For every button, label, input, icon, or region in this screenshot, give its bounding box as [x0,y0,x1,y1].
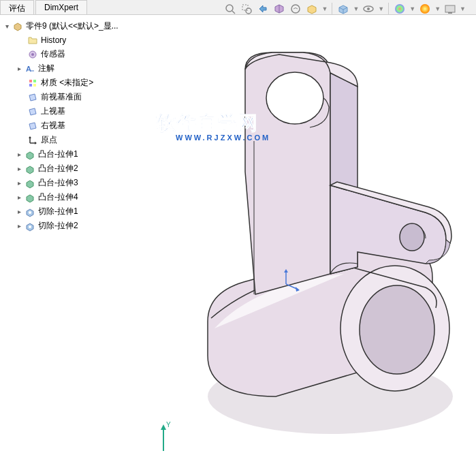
section-view-icon[interactable] [272,2,286,16]
model-3d[interactable] [140,35,476,444]
material-icon [27,78,38,89]
tab-evaluate[interactable]: 评估 [0,0,34,14]
viewport[interactable]: 软件自学网 WWW.RJZXW.COM [140,15,476,468]
plane-icon [27,121,38,131]
tree-label: 右视基 [41,120,65,131]
feature-tree: ▾ 零件9 (默认<<默认>_显... History 传感器 ▸ A 注解 材… [0,15,140,468]
tab-dimxpert[interactable]: DimXpert [35,0,87,14]
prev-view-icon[interactable] [256,2,270,16]
tree-item-extrude1[interactable]: ▸ 凸台-拉伸1 [3,147,137,161]
view-orient-icon[interactable] [305,2,319,16]
watermark-main: 软件自学网 [157,110,270,136]
svg-line-1 [232,11,235,14]
plane-icon [27,106,38,117]
cut-icon [25,206,35,217]
extrude-icon [25,178,35,189]
svg-rect-20 [33,80,36,82]
expand-arrow-icon[interactable]: ▸ [15,222,23,230]
plane-icon [27,92,38,103]
tree-label: 原点 [41,134,57,146]
extrude-icon [25,163,35,174]
tree-label: 前视基准面 [41,91,82,103]
tree-label: 上视基 [41,106,65,117]
extrude-icon [25,192,35,203]
expand-arrow-icon[interactable]: ▸ [15,208,23,216]
tree-label: 传感器 [41,48,65,60]
tree-item-extrude2[interactable]: ▸ 凸台-拉伸2 [3,161,137,176]
display-style-icon[interactable] [336,2,350,16]
zoom-area-icon[interactable] [240,2,253,16]
zoom-fit-icon[interactable] [223,2,237,16]
tree-item-front-plane[interactable]: 前视基准面 [3,90,137,104]
tree-item-cut2[interactable]: ▸ 切除-拉伸2 [3,219,137,233]
tree-item-history[interactable]: History [3,33,137,47]
svg-marker-25 [29,136,31,138]
extrude-icon [25,149,35,160]
cut-icon [25,221,35,232]
tree-label: History [41,35,66,45]
triad-y-label: Y [166,421,171,428]
tree-item-annotations[interactable]: ▸ A 注解 [3,61,137,76]
svg-rect-22 [33,84,36,87]
tree-label: 凸台-拉伸3 [38,177,78,189]
svg-point-5 [291,5,300,13]
expand-arrow-icon[interactable]: ▸ [15,179,23,187]
svg-rect-2 [242,5,248,10]
expand-arrow-icon[interactable]: ▸ [15,193,23,202]
svg-rect-14 [448,12,452,14]
svg-point-11 [395,4,404,14]
tree-item-sensors[interactable]: 传感器 [3,47,137,61]
svg-point-28 [29,225,31,228]
render-icon[interactable] [443,2,457,16]
view-triad[interactable]: Y [150,420,191,461]
svg-point-27 [29,211,31,214]
tree-item-top-plane[interactable]: 上视基 [3,104,137,119]
tree-root[interactable]: ▾ 零件9 (默认<<默认>_显... [3,19,137,33]
expand-arrow-icon[interactable]: ▾ [3,22,11,31]
sensor-icon [27,49,38,60]
hide-show-icon[interactable] [362,2,375,16]
tree-label: 切除-拉伸2 [38,220,78,232]
tree-root-label: 零件9 (默认<<默认>_显... [26,20,118,32]
svg-marker-40 [161,424,166,430]
appearance-icon[interactable] [393,2,407,16]
scene-icon[interactable] [418,2,432,16]
tree-item-cut1[interactable]: ▸ 切除-拉伸1 [3,204,137,219]
tree-label: 切除-拉伸1 [38,206,78,217]
tree-item-right-plane[interactable]: 右视基 [3,119,137,133]
origin-icon [27,135,38,146]
svg-point-32 [266,72,323,124]
tree-label: 凸台-拉伸2 [38,163,78,174]
tree-item-extrude3[interactable]: ▸ 凸台-拉伸3 [3,176,137,190]
dynamic-view-icon[interactable] [289,2,302,16]
svg-point-10 [367,7,370,10]
tree-label: 材质 <未指定> [41,77,93,89]
tree-label: 注解 [38,63,54,74]
watermark: 软件自学网 WWW.RJZXW.COM [157,110,270,142]
expand-arrow-icon[interactable]: ▸ [15,151,23,159]
tree-label: 凸台-拉伸1 [38,149,78,160]
svg-point-31 [360,285,434,374]
svg-point-0 [226,5,233,12]
tree-label: 凸台-拉伸4 [38,191,78,203]
tree-item-material[interactable]: 材质 <未指定> [3,76,137,90]
svg-point-3 [246,8,251,14]
folder-icon [27,35,38,46]
svg-rect-13 [445,5,455,12]
svg-text:A: A [26,65,31,73]
svg-point-16 [31,53,34,56]
view-toolbar: ▼ ▼ ▼ ▼ ▼ ▼ [223,2,466,16]
svg-rect-21 [29,84,32,87]
svg-point-34 [400,223,424,251]
expand-arrow-icon[interactable]: ▸ [15,65,23,73]
svg-point-12 [420,4,430,14]
part-icon [12,21,23,32]
annotation-icon: A [25,63,35,74]
svg-rect-19 [29,80,32,82]
tree-item-extrude4[interactable]: ▸ 凸台-拉伸4 [3,190,137,204]
expand-arrow-icon[interactable]: ▸ [15,165,23,173]
svg-marker-26 [35,142,37,144]
tree-item-origin[interactable]: 原点 [3,133,137,147]
watermark-sub: WWW.RJZXW.COM [176,134,270,142]
